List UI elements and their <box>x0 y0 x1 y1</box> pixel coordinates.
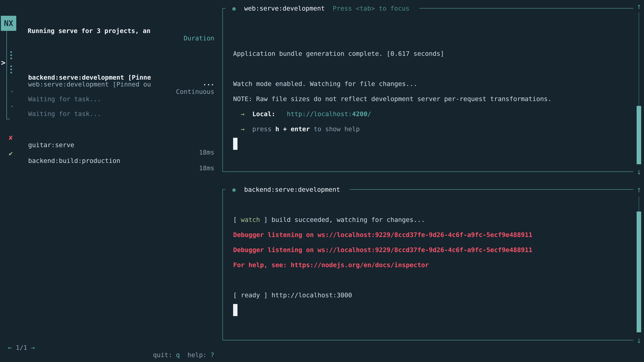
log-line-debugger-1: Debugger listening on ws://localhost:922… <box>233 229 532 241</box>
pager: ← 1/1 → <box>8 342 35 354</box>
pane-status-bullet-icon: ● <box>232 2 236 14</box>
keyboard-hints: quit: q help: ? <box>153 349 214 361</box>
quit-key: q <box>176 351 180 359</box>
scroll-up-icon[interactable]: ↑ <box>635 0 643 12</box>
scrollbar-track[interactable] <box>639 12 639 106</box>
task-row-waiting-2[interactable]: · Waiting for task... <box>0 93 214 105</box>
log-line-press-help: → press h + enter to show help <box>233 123 360 135</box>
scroll-down-icon[interactable]: ↓ <box>635 166 643 178</box>
pager-page-indicator: 1/1 <box>16 344 27 351</box>
pane-border-left <box>222 8 223 172</box>
spinner-icon <box>10 51 12 61</box>
waiting-dot-icon: · <box>10 100 14 112</box>
pane-border-bottom <box>222 340 634 340</box>
terminal-cursor <box>233 304 238 316</box>
pager-next-icon[interactable]: → <box>31 344 35 351</box>
log-line-local-url: → Local: http://localhost:4200/ <box>233 108 371 120</box>
log-line-debugger-2: Debugger listening on ws://localhost:922… <box>233 244 532 256</box>
duration-column-header: Duration <box>184 32 214 44</box>
scroll-up-icon[interactable]: ↑ <box>635 184 643 196</box>
task-row-web-serve[interactable]: web:serve:development [Pinned ou Continu… <box>0 63 214 76</box>
arrow-icon: → <box>233 110 248 118</box>
task-name: backend:build:production <box>28 155 120 167</box>
log-line-ready: [ ready ] http://localhost:3000 <box>233 289 352 301</box>
task-row-backend-serve[interactable]: > backend:serve:development [Pinne ... <box>0 49 214 61</box>
scrollbar-thumb[interactable] <box>636 212 641 332</box>
log-line-watch-mode: Watch mode enabled. Watching for file ch… <box>233 78 417 90</box>
spinner-icon <box>10 65 12 75</box>
help-key: ? <box>210 351 214 359</box>
localhost-4200-link[interactable]: http://localhost:4200/ <box>287 110 371 118</box>
pane-focus-hint: Press <tab> to focus <box>333 2 410 14</box>
terminal-cursor <box>233 138 238 150</box>
task-name: Waiting for task... <box>28 108 101 120</box>
scrollbar-track[interactable] <box>639 196 639 212</box>
task-row-backend-build[interactable]: ✔ backend:build:production 18ms <box>0 140 214 152</box>
watch-tag: watch <box>241 216 260 223</box>
help-keybinding: h + enter <box>276 125 310 133</box>
sidebar-footer: ← 1/1 → quit: q help: ? <box>0 334 214 346</box>
pane-header-rule <box>419 8 634 8</box>
pager-prev-icon[interactable]: ← <box>8 344 12 351</box>
scrollbar-thumb[interactable] <box>636 106 641 164</box>
task-row-guitar-serve[interactable]: ✘ guitar:serve 18ms <box>0 124 214 136</box>
task-duration: 18ms <box>199 162 214 174</box>
pane-border-bottom <box>222 171 634 172</box>
success-icon: ✔ <box>9 147 13 159</box>
sidebar-header: Running serve for 3 projects, an Duratio… <box>0 17 214 29</box>
pane-border-left <box>222 189 223 340</box>
pane-status-bullet-icon: ● <box>232 184 236 196</box>
pane-title: web:serve:development <box>244 2 325 14</box>
log-line-watch-succeeded: [ watch ] build succeeded, watching for … <box>233 214 425 226</box>
pane-title: backend:serve:development <box>244 184 340 196</box>
task-row-waiting-1[interactable]: · Waiting for task... <box>0 78 214 90</box>
scroll-down-icon[interactable]: ↓ <box>635 334 643 346</box>
pane-header-rule <box>350 189 634 190</box>
log-line-note: NOTE: Raw file sizes do not reflect deve… <box>233 93 552 105</box>
log-line-bundle-complete: Application bundle generation complete. … <box>233 48 444 60</box>
log-line-inspector-help: For help, see: https://nodejs.org/en/doc… <box>233 259 429 271</box>
arrow-icon: → <box>233 125 248 133</box>
sidebar-title: Running serve for 3 projects, an <box>28 25 150 37</box>
